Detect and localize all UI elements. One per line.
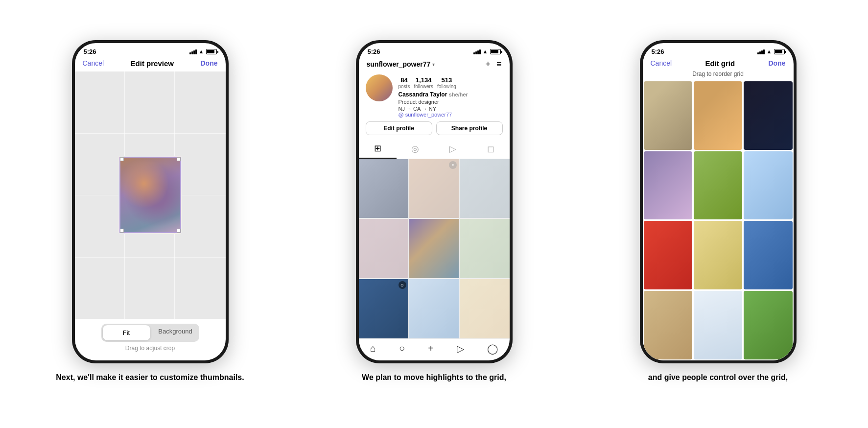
done-button-3[interactable]: Done [768, 59, 785, 67]
username-label[interactable]: sunflower_power77 [367, 60, 431, 68]
crop-controls: Fit Background Drag to adjust crop [75, 319, 226, 360]
edit-grid-title: Edit grid [705, 59, 735, 68]
phone-1: 5:26 ▲ [72, 40, 229, 363]
edit-preview-title: Edit preview [131, 59, 174, 68]
main-container: 5:26 ▲ [0, 30, 868, 398]
stat-following: 513 following [437, 76, 456, 89]
profile-icon[interactable]: ◯ [487, 343, 498, 355]
grid-cell-4 [359, 219, 408, 278]
drag-hint-1: Drag to adjust crop [83, 342, 218, 357]
posts-label: posts [399, 84, 410, 89]
add-icon[interactable]: + [485, 59, 491, 70]
caption-2: We plan to move highlights to the grid, [362, 372, 506, 383]
grid-cell-7: ⊙ [359, 279, 408, 338]
create-icon[interactable]: + [428, 343, 434, 354]
battery-icon-2 [490, 49, 501, 54]
handle-tl[interactable] [120, 157, 124, 161]
time-2: 5:26 [368, 48, 380, 55]
share-profile-button[interactable]: Share profile [436, 121, 503, 135]
avatar[interactable] [366, 74, 393, 101]
caret-icon: ▾ [432, 62, 435, 67]
cancel-button-1[interactable]: Cancel [83, 59, 104, 67]
handle-br[interactable] [177, 229, 181, 233]
fit-button[interactable]: Fit [103, 325, 150, 340]
panel-edit-preview: 5:26 ▲ [23, 40, 278, 383]
profile-stats: 84 posts 1,134 followers 513 following [399, 74, 503, 118]
menu-icon[interactable]: ≡ [496, 59, 502, 70]
stats-row: 84 posts 1,134 followers 513 following [399, 76, 503, 89]
grid3-cell-2[interactable] [694, 81, 742, 150]
grid-cell-2: ● [409, 159, 459, 218]
grid3-cell-7[interactable] [644, 221, 692, 289]
panel-edit-grid: 5:26 ▲ [591, 40, 845, 383]
handle-bl[interactable] [120, 229, 124, 233]
grid3-cell-5[interactable] [694, 151, 742, 220]
wifi-icon-1: ▲ [199, 48, 204, 54]
edit-grid-photos[interactable] [643, 80, 794, 360]
reels-icon[interactable]: ▷ [457, 343, 464, 355]
reels-badge-1: ● [449, 161, 457, 169]
bio-line1: Product designer [399, 99, 503, 105]
background-button[interactable]: Background [152, 324, 199, 342]
followers-num: 1,134 [416, 76, 432, 84]
tab-grid[interactable]: ⊞ [359, 139, 397, 159]
profile-name: Cassandra Taylor she/her [399, 91, 503, 98]
drag-reorder-hint: Drag to reorder grid [643, 70, 794, 80]
profile-link[interactable]: @ sunflower_power77 [399, 112, 503, 118]
grid-cell-5 [409, 219, 459, 278]
phone-2: 5:26 ▲ [356, 40, 513, 363]
status-icons-3: ▲ [757, 48, 785, 54]
reels-badge-2: ⊙ [399, 281, 406, 289]
search-icon[interactable]: ○ [399, 343, 405, 354]
signal-icon-1 [189, 48, 197, 54]
grid-cell-6 [460, 219, 509, 278]
grid3-cell-8[interactable] [694, 221, 742, 289]
username-row: sunflower_power77 ▾ [367, 60, 435, 68]
signal-icon-2 [473, 48, 481, 54]
panel-profile-grid: 5:26 ▲ [307, 40, 562, 383]
grid-cell-8 [409, 279, 459, 338]
battery-icon-1 [206, 49, 217, 54]
tab-reels[interactable]: ◎ [397, 139, 434, 159]
following-num: 513 [441, 76, 452, 84]
phone-3: 5:26 ▲ [640, 40, 797, 363]
time-1: 5:26 [84, 48, 96, 55]
edit-profile-button[interactable]: Edit profile [366, 121, 432, 135]
signal-icon-3 [757, 48, 765, 54]
grid3-cell-6[interactable] [744, 151, 792, 220]
status-bar-2: 5:26 ▲ [359, 43, 510, 57]
edit-grid-nav: Cancel Edit grid Done [643, 57, 794, 70]
tab-tagged[interactable]: ◻ [472, 139, 510, 159]
selection-box [119, 157, 181, 233]
grid3-cell-11[interactable] [694, 291, 742, 359]
caption-3: and give people control over the grid, [648, 372, 788, 383]
status-icons-2: ▲ [473, 48, 501, 54]
status-icons-1: ▲ [189, 48, 217, 54]
bottom-tabbar: ⌂ ○ + ▷ ◯ [359, 338, 510, 360]
fit-background-toggle: Fit Background [101, 324, 199, 342]
grid3-cell-4[interactable] [644, 151, 692, 220]
handle-tr[interactable] [177, 157, 181, 161]
battery-icon-3 [774, 49, 785, 54]
edit-preview-nav: Cancel Edit preview Done [75, 57, 226, 71]
grid3-cell-10[interactable] [644, 291, 692, 359]
stat-posts: 84 posts [399, 76, 410, 89]
tab-video[interactable]: ▷ [434, 139, 472, 159]
grid3-cell-9[interactable] [744, 221, 792, 289]
grid3-cell-12[interactable] [744, 291, 792, 359]
cancel-button-3[interactable]: Cancel [651, 59, 672, 67]
grid3-cell-1[interactable] [644, 81, 692, 150]
wifi-icon-3: ▲ [767, 48, 772, 54]
grid-cell-3 [460, 159, 509, 218]
done-button-1[interactable]: Done [200, 59, 217, 67]
grid-cell-1 [359, 159, 408, 218]
bio-line2: NJ → CA → NY [399, 106, 503, 112]
status-bar-3: 5:26 ▲ [643, 43, 794, 57]
grid3-cell-3[interactable] [744, 81, 792, 150]
home-icon[interactable]: ⌂ [370, 343, 376, 354]
caption-1: Next, we'll make it easier to customize … [56, 372, 244, 383]
stat-followers: 1,134 followers [414, 76, 433, 89]
edit-canvas[interactable] [75, 71, 226, 319]
photo-thumbnail[interactable] [118, 156, 182, 234]
profile-nav: sunflower_power77 ▾ + ≡ [359, 57, 510, 72]
